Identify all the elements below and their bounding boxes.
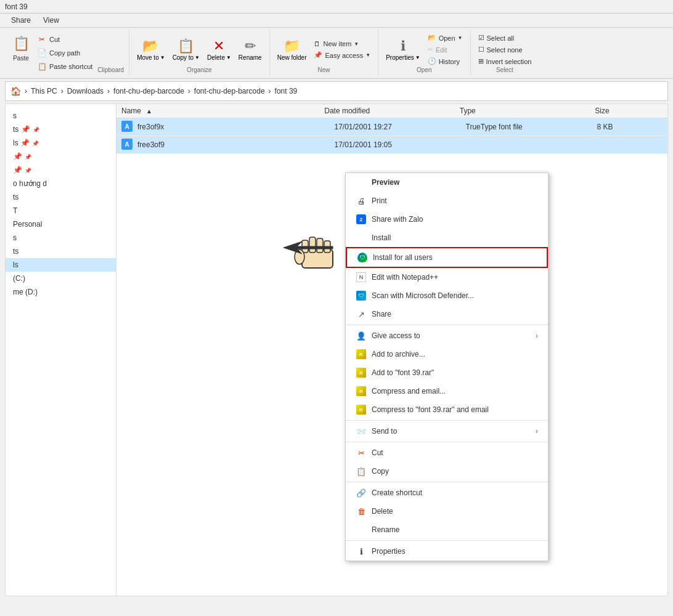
- paste-shortcut-icon: 📋: [37, 62, 47, 71]
- delete-button[interactable]: ✕ Delete ▼: [205, 37, 234, 62]
- breadcrumb-downloads[interactable]: Downloads: [67, 87, 104, 95]
- tab-view[interactable]: View: [37, 14, 65, 27]
- sidebar-item-personal[interactable]: Personal: [6, 217, 116, 231]
- new-folder-button[interactable]: 📁 New folder: [275, 37, 309, 62]
- cut-button[interactable]: ✂ Cut: [35, 33, 95, 46]
- col-size[interactable]: Size: [595, 107, 663, 115]
- ctx-give-access[interactable]: 👤 Give access to ›: [346, 326, 548, 345]
- ctx-add-font39[interactable]: R Add to "font 39.rar": [346, 363, 548, 382]
- ctx-defender-icon: 🛡: [356, 290, 367, 301]
- ctx-install-all[interactable]: 🛡 Install for all users: [346, 247, 548, 268]
- new-folder-icon: 📁: [283, 38, 300, 54]
- file-date-1: 17/01/2001 19:05: [335, 140, 466, 149]
- ctx-compress-font39-email[interactable]: R Compress to "font 39.rar" and email: [346, 400, 548, 419]
- ctx-print[interactable]: 🖨 Print: [346, 192, 548, 210]
- history-button[interactable]: 🕐 History: [425, 56, 465, 67]
- ctx-rar-icon-1: R: [356, 349, 367, 360]
- sidebar-item-0[interactable]: s: [6, 109, 116, 123]
- col-date[interactable]: Date modified: [324, 107, 460, 115]
- ctx-properties[interactable]: ℹ Properties: [346, 542, 548, 561]
- ctx-delete-icon: 🗑: [356, 506, 367, 517]
- delete-arrow: ▼: [226, 55, 231, 60]
- ctx-delete[interactable]: 🗑 Delete: [346, 502, 548, 521]
- move-to-button[interactable]: 📂 Move to ▼: [134, 37, 168, 62]
- ctx-rename[interactable]: Rename: [346, 521, 548, 539]
- sidebar-item-1[interactable]: ts 📌: [6, 123, 116, 136]
- rename-button[interactable]: ✏ Rename: [236, 37, 264, 62]
- open-button[interactable]: 📂 Open ▼: [425, 33, 465, 43]
- select-none-icon: ☐: [478, 46, 484, 54]
- breadcrumb-folder1[interactable]: font-chu-dep-barcode: [113, 87, 184, 95]
- ctx-properties-icon: ℹ: [356, 546, 367, 557]
- col-name[interactable]: Name ▲: [121, 107, 324, 115]
- ctx-compress-email[interactable]: R Compress and email...: [346, 382, 548, 400]
- paste-label: Paste: [13, 55, 29, 62]
- copy-to-icon: 📋: [177, 38, 194, 54]
- ctx-preview[interactable]: Preview: [346, 173, 548, 192]
- ctx-add-archive[interactable]: R Add to archive...: [346, 345, 548, 363]
- sidebar-item-ls[interactable]: ls: [6, 258, 116, 272]
- paste-area: 📋 Paste: [10, 33, 32, 73]
- ctx-cut-icon: ✂: [356, 447, 367, 458]
- easy-access-button[interactable]: 📌 Easy access ▼: [311, 50, 373, 60]
- clipboard-right: ✂ Cut 📄 Copy path 📋 Paste shortcut: [35, 33, 95, 73]
- organize-label: Organize: [134, 67, 264, 73]
- ctx-share[interactable]: ↗ Share: [346, 305, 548, 323]
- breadcrumb-thispc[interactable]: This PC: [31, 87, 57, 95]
- ctx-cut[interactable]: ✂ Cut: [346, 444, 548, 462]
- sidebar-item-7[interactable]: T: [6, 204, 116, 217]
- col-type[interactable]: Type: [460, 107, 595, 115]
- sidebar-item-ts2[interactable]: ts: [6, 245, 116, 258]
- ctx-copy-icon: 📋: [356, 466, 367, 477]
- cut-icon: ✂: [37, 34, 47, 44]
- ctx-copy[interactable]: 📋 Copy: [346, 462, 548, 480]
- paste-button[interactable]: 📋: [10, 33, 32, 55]
- file-row-0[interactable]: A fre3of9x 17/01/2001 19:27 TrueType fon…: [116, 118, 667, 136]
- ctx-preview-icon: [356, 177, 367, 188]
- sidebar-item-5[interactable]: o hướng d: [6, 177, 116, 190]
- ctx-share-zalo[interactable]: Z Share with Zalo: [346, 210, 548, 229]
- history-icon: 🕐: [428, 57, 436, 65]
- sidebar-item-4[interactable]: 📌: [6, 163, 116, 177]
- sidebar-item-3[interactable]: 📌: [6, 150, 116, 163]
- move-to-arrow: ▼: [160, 55, 165, 60]
- select-all-button[interactable]: ☑ Select all: [476, 33, 534, 43]
- sidebar-item-2[interactable]: ls 📌: [6, 136, 116, 150]
- copy-path-icon: 📄: [37, 48, 47, 58]
- properties-button[interactable]: ℹ Properties ▼: [383, 37, 423, 62]
- select-none-button[interactable]: ☐ Select none: [476, 44, 534, 55]
- address-bar: 🏠 › This PC › Downloads › font-chu-dep-b…: [5, 81, 668, 101]
- ctx-share-icon: ↗: [356, 309, 367, 320]
- file-row-1[interactable]: A free3of9 17/01/2001 19:05: [116, 136, 667, 154]
- file-name-0: fre3of9x: [137, 123, 335, 131]
- sidebar-item-d[interactable]: me (D:): [6, 285, 116, 299]
- title-bar: font 39: [0, 0, 673, 14]
- ctx-install[interactable]: Install: [346, 229, 548, 247]
- ctx-sep-4: [346, 482, 548, 482]
- breadcrumb-current[interactable]: font 39: [275, 87, 298, 95]
- sidebar-item-s[interactable]: s: [6, 231, 116, 245]
- copy-path-button[interactable]: 📄 Copy path: [35, 47, 95, 59]
- tab-share[interactable]: Share: [5, 14, 37, 27]
- edit-button[interactable]: ✏ Edit: [425, 44, 465, 55]
- breadcrumb-folder2[interactable]: font-chu-dep-barcode: [194, 87, 265, 95]
- ctx-create-shortcut[interactable]: 🔗 Create shortcut: [346, 484, 548, 502]
- ribbon-tab-bar: Share View: [0, 14, 673, 28]
- paste-shortcut-button[interactable]: 📋 Paste shortcut: [35, 60, 95, 73]
- ctx-rename-icon: [356, 524, 367, 535]
- ctx-install-icon: [356, 232, 367, 243]
- ctx-scan-defender[interactable]: 🛡 Scan with Microsoft Defender...: [346, 286, 548, 305]
- new-item-button[interactable]: 🗒 New item ▼: [311, 39, 373, 49]
- copy-to-button[interactable]: 📋 Copy to ▼: [170, 37, 202, 62]
- edit-icon: ✏: [428, 46, 433, 54]
- sidebar-item-6[interactable]: ts: [6, 190, 116, 204]
- organize-group: 📂 Move to ▼ 📋 Copy to ▼ ✕: [129, 30, 270, 76]
- sidebar-item-c[interactable]: (C:): [6, 272, 116, 285]
- ctx-sep-3: [346, 442, 548, 442]
- invert-selection-button[interactable]: ⊞ Invert selection: [476, 56, 534, 67]
- ctx-send-to-icon: 📨: [356, 426, 367, 437]
- ctx-send-to[interactable]: 📨 Send to ›: [346, 422, 548, 440]
- ctx-edit-notepad[interactable]: N Edit with Notepad++: [346, 268, 548, 286]
- ctx-send-to-arrow: ›: [536, 427, 538, 436]
- move-to-icon: 📂: [142, 38, 159, 54]
